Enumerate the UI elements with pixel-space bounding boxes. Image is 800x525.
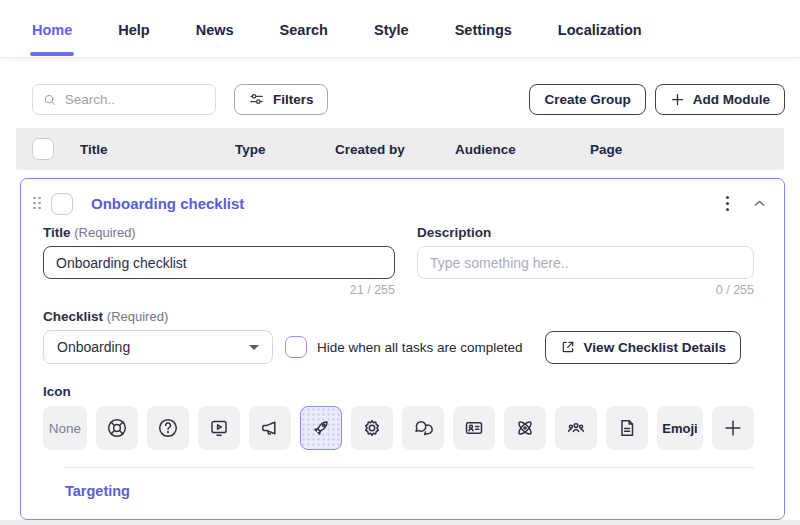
- column-header-created-by: Created by: [335, 142, 455, 157]
- icon-option-emoji[interactable]: Emoji: [657, 406, 703, 450]
- title-field-label: Title (Required): [43, 225, 395, 240]
- module-row-checkbox[interactable]: [51, 193, 73, 215]
- filters-button[interactable]: Filters: [234, 84, 328, 115]
- column-header-type: Type: [235, 142, 335, 157]
- page-bottom-strip: [0, 520, 800, 525]
- title-field: Title (Required) 21 / 255: [43, 225, 395, 297]
- toolbar-right: Create Group Add Module: [529, 84, 785, 115]
- filters-sliders-icon: [248, 91, 265, 108]
- icon-option-lifebuoy[interactable]: [96, 406, 138, 450]
- filters-label: Filters: [273, 92, 314, 107]
- id-card-icon: [462, 416, 486, 440]
- nav-tab-localization[interactable]: Localization: [558, 0, 642, 58]
- external-link-icon: [560, 339, 576, 355]
- app-root: Home Help News Search Style Settings Loc…: [0, 0, 800, 525]
- video-player-icon: [207, 416, 231, 440]
- module-card: Onboarding checklist Title (Required) 21…: [20, 178, 785, 520]
- title-input[interactable]: [43, 246, 395, 279]
- icon-option-question[interactable]: [147, 406, 189, 450]
- table-header: Title Type Created by Audience Page: [16, 128, 784, 170]
- description-char-counter: 0 / 255: [417, 283, 754, 297]
- targeting-link[interactable]: Targeting: [65, 483, 754, 499]
- top-nav: Home Help News Search Style Settings Loc…: [0, 0, 800, 58]
- icon-field-label: Icon: [43, 384, 754, 399]
- icon-option-rocket-selected[interactable]: [300, 406, 342, 450]
- column-header-page: Page: [590, 142, 768, 157]
- nav-tab-help[interactable]: Help: [118, 0, 149, 58]
- icon-option-document[interactable]: [606, 406, 648, 450]
- select-caret-icon: [249, 345, 259, 350]
- megaphone-icon: [258, 416, 282, 440]
- icon-field: Icon None: [43, 384, 754, 450]
- kebab-menu-icon[interactable]: [724, 194, 731, 214]
- team-icon: [564, 416, 588, 440]
- rocket-icon: [309, 416, 333, 440]
- icon-option-atom[interactable]: [504, 406, 546, 450]
- icon-option-megaphone[interactable]: [249, 406, 291, 450]
- view-checklist-details-label: View Checklist Details: [584, 340, 726, 355]
- nav-tab-news[interactable]: News: [196, 0, 234, 58]
- column-header-audience: Audience: [455, 142, 590, 157]
- icon-options-row: None: [43, 406, 754, 450]
- lifebuoy-icon: [105, 416, 129, 440]
- section-divider: [65, 467, 754, 468]
- icon-option-video[interactable]: [198, 406, 240, 450]
- icon-option-id-card[interactable]: [453, 406, 495, 450]
- nav-tab-settings[interactable]: Settings: [455, 0, 512, 58]
- drag-handle-icon[interactable]: [33, 197, 42, 211]
- add-custom-icon-button[interactable]: [712, 406, 754, 450]
- icon-option-team[interactable]: [555, 406, 597, 450]
- chat-bubbles-icon: [411, 416, 435, 440]
- checklist-field: Checklist (Required) Onboarding Hide whe…: [43, 309, 754, 364]
- question-circle-icon: [156, 416, 180, 440]
- search-input[interactable]: [65, 92, 205, 107]
- module-title: Onboarding checklist: [91, 195, 244, 212]
- description-field: Description 0 / 255: [417, 225, 754, 297]
- module-header-actions: [724, 194, 768, 214]
- nav-tab-search[interactable]: Search: [280, 0, 328, 58]
- plus-icon: [722, 417, 744, 439]
- search-box: [32, 84, 216, 115]
- icon-option-gear[interactable]: [351, 406, 393, 450]
- toolbar: Filters Create Group Add Module: [32, 84, 785, 115]
- checklist-select[interactable]: Onboarding: [43, 330, 273, 364]
- title-char-counter: 21 / 255: [43, 283, 395, 297]
- module-card-header: Onboarding checklist: [21, 179, 784, 223]
- atom-icon: [513, 416, 537, 440]
- icon-option-chat[interactable]: [402, 406, 444, 450]
- add-module-label: Add Module: [693, 92, 770, 107]
- module-form: Title (Required) 21 / 255 Description 0 …: [21, 223, 784, 499]
- create-group-label: Create Group: [544, 92, 630, 107]
- view-checklist-details-button[interactable]: View Checklist Details: [545, 331, 741, 364]
- checklist-field-label: Checklist (Required): [43, 309, 754, 324]
- checklist-selected-option: Onboarding: [57, 339, 130, 355]
- document-icon: [615, 416, 639, 440]
- description-input[interactable]: [417, 246, 754, 279]
- select-all-checkbox[interactable]: [32, 138, 54, 160]
- icon-option-none[interactable]: None: [43, 406, 87, 450]
- nav-tab-home[interactable]: Home: [32, 0, 72, 58]
- collapse-chevron-icon[interactable]: [751, 195, 768, 212]
- nav-tab-style[interactable]: Style: [374, 0, 409, 58]
- plus-icon: [670, 92, 685, 107]
- gear-icon: [360, 416, 384, 440]
- search-icon: [43, 92, 57, 108]
- add-module-button[interactable]: Add Module: [655, 84, 785, 115]
- description-field-label: Description: [417, 225, 754, 240]
- hide-when-completed-label: Hide when all tasks are completed: [317, 340, 523, 355]
- column-header-title: Title: [80, 142, 235, 157]
- hide-when-completed-checkbox[interactable]: [285, 336, 307, 358]
- create-group-button[interactable]: Create Group: [529, 84, 645, 115]
